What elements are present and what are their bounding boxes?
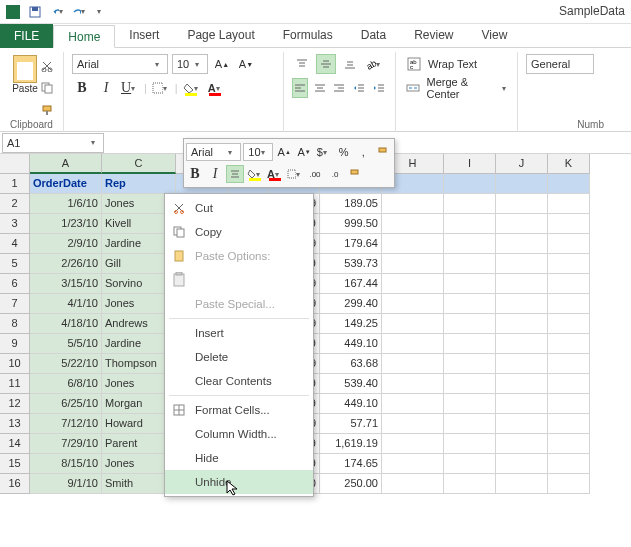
mini-size-combo[interactable]: 10▾ — [243, 143, 273, 161]
cell[interactable] — [496, 394, 548, 414]
cell[interactable] — [382, 194, 444, 214]
cell[interactable]: 250.00 — [320, 474, 382, 494]
mini-decrease-decimal-icon[interactable]: .0 — [326, 165, 344, 183]
bold-button[interactable]: B — [72, 78, 92, 98]
cell[interactable]: 57.71 — [320, 414, 382, 434]
wrap-text-icon[interactable]: abc — [404, 54, 424, 74]
cell[interactable] — [496, 354, 548, 374]
format-painter-icon[interactable] — [37, 100, 57, 120]
mini-border-button[interactable]: ▾ — [286, 165, 304, 183]
ctx-hide[interactable]: Hide — [165, 446, 313, 470]
row-header[interactable]: 16 — [0, 474, 30, 494]
cell[interactable] — [548, 314, 590, 334]
align-middle-icon[interactable] — [316, 54, 336, 74]
col-header-J[interactable]: J — [496, 154, 548, 174]
row-header[interactable]: 11 — [0, 374, 30, 394]
cell[interactable] — [548, 454, 590, 474]
cell[interactable] — [444, 414, 496, 434]
cell[interactable] — [496, 214, 548, 234]
cell[interactable]: 4/18/10 — [30, 314, 102, 334]
ctx-clear-contents[interactable]: Clear Contents — [165, 369, 313, 393]
col-header-A[interactable]: A — [30, 154, 102, 174]
row-header[interactable]: 3 — [0, 214, 30, 234]
cell[interactable] — [496, 454, 548, 474]
copy-icon[interactable] — [37, 78, 57, 98]
cell[interactable]: 299.40 — [320, 294, 382, 314]
tab-view[interactable]: View — [468, 24, 522, 47]
col-header-C[interactable]: C — [102, 154, 176, 174]
align-left-icon[interactable] — [292, 78, 308, 98]
mini-increase-font-icon[interactable]: A▲ — [275, 143, 293, 161]
cell[interactable] — [444, 174, 496, 194]
cell[interactable]: 189.05 — [320, 194, 382, 214]
qat-customize-icon[interactable]: ▾ — [94, 5, 108, 19]
orientation-icon[interactable]: ab▾ — [364, 54, 384, 74]
cell[interactable] — [382, 234, 444, 254]
cell[interactable] — [548, 194, 590, 214]
cell[interactable] — [548, 294, 590, 314]
cell[interactable]: OrderDate — [30, 174, 102, 194]
row-header[interactable]: 2 — [0, 194, 30, 214]
mini-comma-icon[interactable]: , — [354, 143, 372, 161]
cell[interactable] — [548, 274, 590, 294]
cell[interactable] — [382, 354, 444, 374]
cell[interactable] — [382, 334, 444, 354]
mini-accounting-icon[interactable]: $▾ — [315, 143, 333, 161]
cell[interactable] — [548, 414, 590, 434]
row-header[interactable]: 5 — [0, 254, 30, 274]
merge-center-label[interactable]: Merge & Center — [427, 76, 498, 100]
cell[interactable] — [444, 214, 496, 234]
cell[interactable] — [382, 294, 444, 314]
cell[interactable] — [444, 394, 496, 414]
cell[interactable] — [496, 254, 548, 274]
mini-align-center-icon[interactable] — [226, 165, 244, 183]
cell[interactable] — [444, 314, 496, 334]
cell[interactable] — [382, 394, 444, 414]
cell[interactable] — [548, 174, 590, 194]
cell[interactable]: Rep — [102, 174, 176, 194]
cell[interactable]: 6/25/10 — [30, 394, 102, 414]
save-button[interactable] — [28, 5, 42, 19]
cell[interactable] — [444, 374, 496, 394]
cell[interactable] — [382, 314, 444, 334]
cell[interactable] — [548, 354, 590, 374]
row-header[interactable]: 15 — [0, 454, 30, 474]
cell[interactable]: 5/5/10 — [30, 334, 102, 354]
cell[interactable] — [382, 374, 444, 394]
row-header[interactable]: 6 — [0, 274, 30, 294]
align-top-icon[interactable] — [292, 54, 312, 74]
ctx-delete[interactable]: Delete — [165, 345, 313, 369]
mini-italic-button[interactable]: I — [206, 165, 224, 183]
cell[interactable] — [548, 334, 590, 354]
select-all-corner[interactable] — [0, 154, 30, 174]
cell[interactable] — [444, 234, 496, 254]
cell[interactable]: 2/26/10 — [30, 254, 102, 274]
cell[interactable] — [444, 334, 496, 354]
cell[interactable] — [382, 254, 444, 274]
cell[interactable] — [496, 474, 548, 494]
tab-data[interactable]: Data — [347, 24, 400, 47]
cell[interactable] — [382, 474, 444, 494]
decrease-font-icon[interactable]: A▼ — [236, 54, 256, 74]
cell[interactable] — [548, 474, 590, 494]
row-header[interactable]: 10 — [0, 354, 30, 374]
tab-review[interactable]: Review — [400, 24, 467, 47]
cut-icon[interactable] — [37, 56, 57, 76]
mini-font-color-button[interactable]: A▾ — [266, 165, 284, 183]
mini-decrease-font-icon[interactable]: A▼ — [295, 143, 313, 161]
cell[interactable]: 8/15/10 — [30, 454, 102, 474]
row-header[interactable]: 1 — [0, 174, 30, 194]
mini-percent-icon[interactable]: % — [335, 143, 353, 161]
tab-file[interactable]: FILE — [0, 24, 53, 48]
cell[interactable]: 149.25 — [320, 314, 382, 334]
ctx-format-cells[interactable]: Format Cells... — [165, 398, 313, 422]
row-header[interactable]: 7 — [0, 294, 30, 314]
merge-center-icon[interactable] — [404, 78, 423, 98]
cell[interactable]: 539.73 — [320, 254, 382, 274]
cell[interactable]: 179.64 — [320, 234, 382, 254]
font-color-button[interactable]: A▾ — [206, 78, 226, 98]
cell[interactable]: 1/23/10 — [30, 214, 102, 234]
align-center-icon[interactable] — [312, 78, 328, 98]
cell[interactable] — [382, 414, 444, 434]
cell[interactable] — [496, 334, 548, 354]
